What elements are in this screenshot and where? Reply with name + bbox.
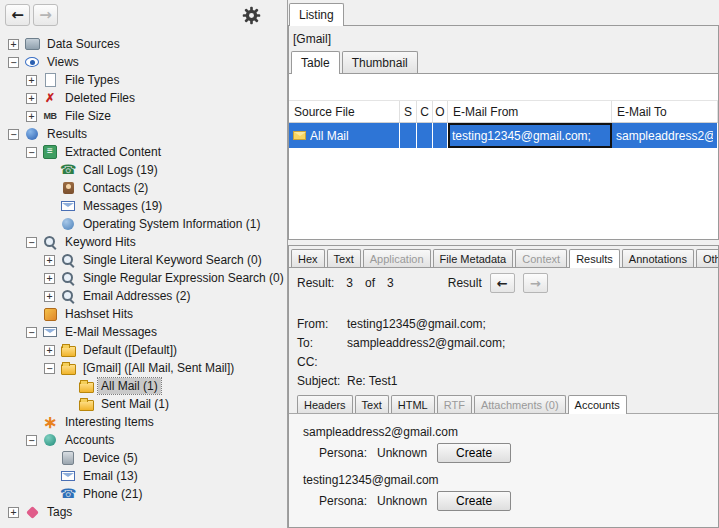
tree-item-e-mail-messages[interactable]: −E-Mail Messages xyxy=(0,323,287,341)
column-header-s[interactable]: S xyxy=(400,101,417,122)
tree-item-file-size[interactable]: +File Size xyxy=(0,107,287,125)
tree-indent xyxy=(8,494,44,495)
expand-icon[interactable]: + xyxy=(44,273,55,284)
tree-item-operating-system-information-1[interactable]: Operating System Information (1) xyxy=(0,215,287,233)
contacts-icon xyxy=(60,180,76,196)
cell-source-file[interactable]: All Mail xyxy=(289,123,400,148)
collapse-icon[interactable]: − xyxy=(8,129,19,140)
column-header-o[interactable]: O xyxy=(433,101,448,122)
collapse-icon[interactable]: − xyxy=(26,147,37,158)
create-persona-button[interactable]: Create xyxy=(437,491,511,511)
forward-button[interactable]: → xyxy=(33,4,58,26)
tree-item-tags[interactable]: +Tags xyxy=(0,503,287,521)
to-value: sampleaddress2@gmail.com; xyxy=(347,337,505,350)
tab-attachments-0[interactable]: Attachments (0) xyxy=(474,395,566,413)
results-icon xyxy=(24,126,40,142)
expand-icon[interactable]: + xyxy=(26,93,37,104)
tree-item-single-literal-keyword-search-0[interactable]: +Single Literal Keyword Search (0) xyxy=(0,251,287,269)
back-button[interactable]: ← xyxy=(5,4,30,26)
collapse-icon[interactable]: − xyxy=(44,363,55,374)
tab-rtf[interactable]: RTF xyxy=(437,395,472,413)
file-size-icon xyxy=(42,108,58,124)
tree-item-hashset-hits[interactable]: Hashset Hits xyxy=(0,305,287,323)
expand-icon[interactable]: + xyxy=(44,291,55,302)
expand-icon[interactable]: + xyxy=(44,345,55,356)
tree-item-sent-mail-1[interactable]: Sent Mail (1) xyxy=(0,395,287,413)
tree-item-gmail-all-mail-sent-mail[interactable]: −[Gmail] ([All Mail, Sent Mail]) xyxy=(0,359,287,377)
tree-item-label: Hashset Hits xyxy=(62,306,136,322)
tab-thumbnail[interactable]: Thumbnail xyxy=(342,51,418,73)
column-header-source-file[interactable]: Source File xyxy=(289,101,400,122)
tree-indent xyxy=(8,440,26,441)
collapse-icon[interactable]: − xyxy=(8,57,19,68)
column-header-e-mail-to[interactable]: E-Mail To xyxy=(612,101,718,122)
tree-item-results[interactable]: −Results xyxy=(0,125,287,143)
tree-item-deleted-files[interactable]: +Deleted Files xyxy=(0,89,287,107)
expand-icon[interactable]: + xyxy=(8,507,19,518)
tree-item-all-mail-1[interactable]: All Mail (1) xyxy=(0,377,287,395)
tree-item-phone-21[interactable]: Phone (21) xyxy=(0,485,287,503)
tab-accounts[interactable]: Accounts xyxy=(568,395,627,414)
tab-table[interactable]: Table xyxy=(291,51,340,74)
cell-o[interactable] xyxy=(433,123,448,148)
tree-item-call-logs-19[interactable]: Call Logs (19) xyxy=(0,161,287,179)
tree-item-accounts[interactable]: −Accounts xyxy=(0,431,287,449)
tab-context[interactable]: Context xyxy=(515,249,567,267)
create-persona-button[interactable]: Create xyxy=(437,443,511,463)
cell-c[interactable] xyxy=(417,123,433,148)
tab-html[interactable]: HTML xyxy=(391,395,435,413)
tree-indent xyxy=(8,224,44,225)
next-result-button[interactable]: → xyxy=(523,273,548,293)
tree-indent xyxy=(8,296,44,297)
keyword-search-icon xyxy=(60,270,76,286)
tab-results[interactable]: Results xyxy=(569,249,620,268)
tree-item-data-sources[interactable]: +Data Sources xyxy=(0,35,287,53)
cell-email-to[interactable]: sampleaddress2@gmail.com; xyxy=(612,123,718,148)
tab-file-metadata[interactable]: File Metadata xyxy=(433,249,514,267)
tree-item-messages-19[interactable]: Messages (19) xyxy=(0,197,287,215)
tab-text[interactable]: Text xyxy=(327,249,361,267)
column-header-e-mail-from[interactable]: E-Mail From xyxy=(448,101,612,122)
tree-item-file-types[interactable]: +File Types xyxy=(0,71,287,89)
expand-icon[interactable]: + xyxy=(26,75,37,86)
tree-item-label: Views xyxy=(44,54,82,70)
tree-item-extracted-content[interactable]: −Extracted Content xyxy=(0,143,287,161)
tab-application[interactable]: Application xyxy=(363,249,431,267)
tab-headers[interactable]: Headers xyxy=(297,395,353,413)
tree-item-single-regular-expression-search-0[interactable]: +Single Regular Expression Search (0) xyxy=(0,269,287,287)
expand-icon[interactable]: + xyxy=(8,39,19,50)
tree-item-label: Call Logs (19) xyxy=(80,162,161,178)
collapse-icon[interactable]: − xyxy=(26,435,37,446)
tab-text[interactable]: Text xyxy=(355,395,389,413)
tab-annotations[interactable]: Annotations xyxy=(622,249,694,267)
tree-indent xyxy=(8,188,44,189)
tab-other-occurrences[interactable]: Other Occurrences xyxy=(696,249,719,267)
expand-icon[interactable]: + xyxy=(26,111,37,122)
tree-item-interesting-items[interactable]: Interesting Items xyxy=(0,413,287,431)
autopsy-window: ← → +Data Sources−Views+File Types+Delet… xyxy=(0,0,719,528)
table-row[interactable]: All Mailtesting12345@gmail.com;sampleadd… xyxy=(289,123,718,148)
account-email: sampleaddress2@gmail.com xyxy=(303,425,718,439)
tree-item-label: Data Sources xyxy=(44,36,123,52)
expand-icon[interactable]: + xyxy=(44,255,55,266)
folder-icon xyxy=(78,396,94,412)
tab-listing[interactable]: Listing xyxy=(289,3,344,26)
collapse-icon[interactable]: − xyxy=(26,327,37,338)
tree-item-views[interactable]: −Views xyxy=(0,53,287,71)
tree-item-email-addresses-2[interactable]: +Email Addresses (2) xyxy=(0,287,287,305)
cell-email-from[interactable]: testing12345@gmail.com; xyxy=(448,123,612,148)
tree-indent xyxy=(8,80,26,81)
tree-item-device-5[interactable]: Device (5) xyxy=(0,449,287,467)
table-spacer xyxy=(289,74,718,100)
tree-item-default-default[interactable]: +Default ([Default]) xyxy=(0,341,287,359)
column-header-c[interactable]: C xyxy=(417,101,433,122)
previous-result-button[interactable]: ← xyxy=(490,273,515,293)
tab-hex[interactable]: Hex xyxy=(291,249,325,267)
tree-item-keyword-hits[interactable]: −Keyword Hits xyxy=(0,233,287,251)
directory-tree: +Data Sources−Views+File Types+Deleted F… xyxy=(0,30,287,528)
settings-gear-button[interactable] xyxy=(240,4,262,26)
cell-s[interactable] xyxy=(400,123,417,148)
tree-item-contacts-2[interactable]: Contacts (2) xyxy=(0,179,287,197)
collapse-icon[interactable]: − xyxy=(26,237,37,248)
tree-item-email-13[interactable]: Email (13) xyxy=(0,467,287,485)
